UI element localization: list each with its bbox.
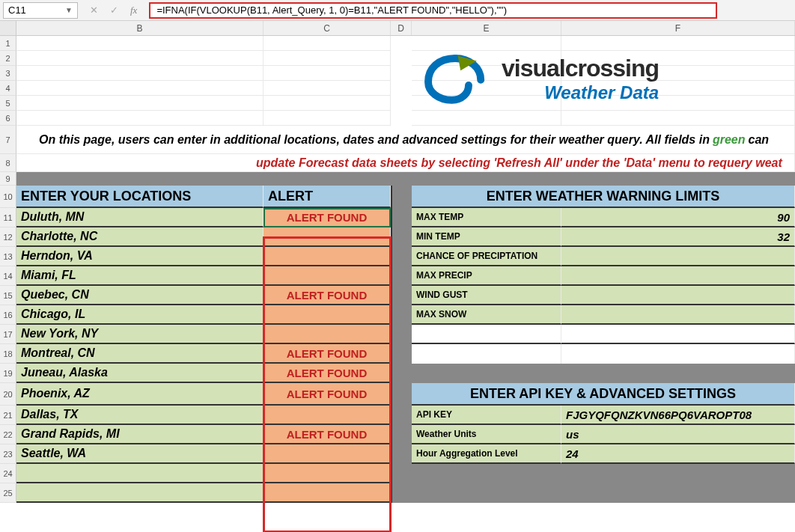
api-value[interactable]: FJGYQFQNZKVN66PQ6VAROPT08 [561,406,795,425]
location-cell[interactable]: New York, NY [16,325,264,344]
instruction-line1[interactable]: On this page, users can enter in additio… [16,126,795,154]
api-value[interactable]: 24 [561,444,795,464]
limit-label[interactable]: CHANCE OF PRECIPTATION [412,247,561,266]
formula-text: =IFNA(IF(VLOOKUP(B11, Alert_Query, 1, 0)… [156,4,507,16]
limit-label[interactable]: MAX TEMP [412,208,561,227]
location-cell[interactable]: Chicago, IL [16,305,264,325]
col-header-F[interactable]: F [561,21,795,35]
alert-cell[interactable] [264,247,391,266]
alert-cell[interactable] [264,464,391,483]
location-cell[interactable]: Miami, FL [16,266,264,286]
name-box-value: C11 [8,4,26,16]
worksheet: visualcrossing Weather Data 1 2 3 4 5 6 … [0,36,795,532]
alert-header[interactable]: ALERT [264,186,391,208]
alert-cell[interactable]: ALERT FOUND [264,425,391,444]
limit-value[interactable] [561,266,795,286]
cancel-icon[interactable]: ✕ [90,4,98,16]
limit-label[interactable]: MIN TEMP [412,227,561,247]
location-cell[interactable]: Dallas, TX [16,406,264,425]
location-cell[interactable]: Phoenix, AZ [16,383,264,406]
name-box[interactable]: C11 ▼ [3,2,78,19]
accept-icon[interactable]: ✓ [110,4,118,16]
col-header-B[interactable]: B [16,21,264,35]
location-cell[interactable]: Herndon, VA [16,247,264,266]
limit-value[interactable] [561,247,795,266]
fx-icon[interactable]: fx [130,4,137,16]
alert-cell[interactable]: ALERT FOUND [264,383,391,406]
location-cell[interactable]: Seattle, WA [16,444,264,464]
formula-bar-icons: ✕ ✓ fx [78,4,149,16]
col-header-D[interactable]: D [391,21,412,35]
location-cell[interactable] [16,464,264,483]
location-cell[interactable]: Duluth, MN [16,208,264,227]
limit-value[interactable] [561,305,795,325]
limit-label[interactable]: MAX SNOW [412,305,561,325]
formula-input[interactable]: =IFNA(IF(VLOOKUP(B11, Alert_Query, 1, 0)… [149,2,717,19]
logo-icon [419,52,491,106]
location-cell[interactable]: Charlotte, NC [16,227,264,247]
location-cell[interactable]: Grand Rapids, MI [16,425,264,444]
location-cell[interactable]: Quebec, CN [16,286,264,305]
api-label[interactable]: Weather Units [412,425,561,444]
alert-cell[interactable] [264,305,391,325]
api-header[interactable]: ENTER API KEY & ADVANCED SETTINGS [412,383,795,406]
alert-cell[interactable] [264,406,391,425]
limit-value[interactable]: 90 [561,208,795,227]
alert-cell[interactable] [264,444,391,464]
column-headers: B C D E F [0,21,795,36]
location-cell[interactable] [16,483,264,503]
instruction-line2[interactable]: update Forecast data sheets by selecting… [16,154,795,172]
alert-cell[interactable] [264,227,391,247]
limit-value[interactable]: 32 [561,227,795,247]
select-all-corner[interactable] [0,21,16,35]
formula-bar: C11 ▼ ✕ ✓ fx =IFNA(IF(VLOOKUP(B11, Alert… [0,0,795,21]
name-box-dropdown-icon[interactable]: ▼ [65,6,73,14]
logo-subtitle: Weather Data [502,82,659,103]
locations-header[interactable]: ENTER YOUR LOCATIONS [16,186,264,208]
alert-cell[interactable]: ALERT FOUND [264,344,391,364]
api-value[interactable]: us [561,425,795,444]
col-header-E[interactable]: E [412,21,561,35]
alert-cell[interactable] [264,325,391,344]
limit-label[interactable]: WIND GUST [412,286,561,305]
alert-cell[interactable]: ALERT FOUND [264,286,391,305]
limit-label[interactable]: MAX PRECIP [412,266,561,286]
alert-cell[interactable]: ALERT FOUND [264,208,391,227]
logo-brand: visualcrossing [502,55,659,82]
alert-cell[interactable] [264,483,391,503]
api-label[interactable]: Hour Aggregation Level [412,444,561,464]
col-header-C[interactable]: C [264,21,391,35]
limits-header[interactable]: ENTER WEATHER WARNING LIMITS [412,186,795,208]
logo: visualcrossing Weather Data [419,45,734,112]
alert-cell[interactable]: ALERT FOUND [264,364,391,383]
alert-cell[interactable] [264,266,391,286]
location-cell[interactable]: Juneau, Alaska [16,364,264,383]
api-label[interactable]: API KEY [412,406,561,425]
limit-value[interactable] [561,286,795,305]
location-cell[interactable]: Montreal, CN [16,344,264,364]
